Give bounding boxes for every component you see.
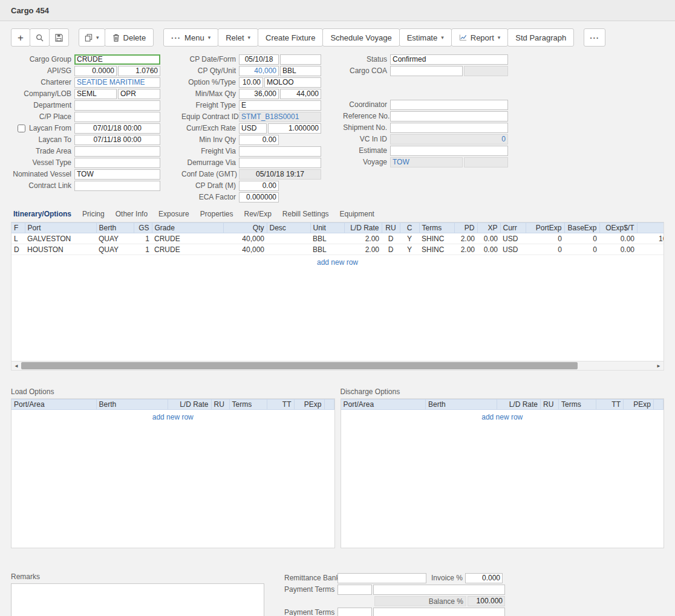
- grid-cell[interactable]: 40,000: [223, 233, 267, 244]
- vessel-type-input[interactable]: [74, 158, 160, 168]
- grid-horizontal-scrollbar[interactable]: ◄ ►: [11, 361, 664, 371]
- remarks-textarea[interactable]: [11, 583, 264, 616]
- reference-no-input[interactable]: [390, 111, 508, 122]
- grid-cell[interactable]: L: [11, 233, 25, 244]
- grid-cell[interactable]: 1: [134, 233, 152, 244]
- grid-cell[interactable]: 0: [564, 233, 599, 244]
- report-button[interactable]: Report ▾: [451, 28, 509, 47]
- tab-itinerary-options[interactable]: Itinerary/Options: [13, 210, 71, 218]
- grid-cell[interactable]: BBL: [310, 244, 344, 255]
- menu-button[interactable]: ··· Menu ▾: [163, 28, 218, 47]
- cp-qty-input[interactable]: [239, 66, 279, 76]
- search-button[interactable]: [30, 28, 50, 47]
- tab-other-info[interactable]: Other Info: [116, 210, 148, 218]
- grid-cell[interactable]: 0: [526, 244, 564, 255]
- cp-unit-input[interactable]: [280, 66, 321, 76]
- grid-cell[interactable]: 0: [526, 233, 564, 244]
- load-options-add-new-row-link[interactable]: add new row: [11, 410, 334, 424]
- voyage-field[interactable]: TOW: [390, 157, 463, 167]
- exch-rate-input[interactable]: [268, 123, 321, 134]
- demurrage-via-input[interactable]: [239, 158, 321, 168]
- payment-terms2-code-input[interactable]: [338, 608, 372, 616]
- grid-cell[interactable]: USD: [500, 233, 526, 244]
- shipment-no-input[interactable]: [390, 123, 508, 133]
- cp-draft-input[interactable]: [239, 181, 279, 191]
- grid-cell[interactable]: D: [382, 244, 400, 255]
- scroll-left-arrow[interactable]: ◄: [11, 361, 21, 370]
- cargo-coa-input[interactable]: [390, 66, 463, 76]
- grid-cell[interactable]: 0.00: [599, 233, 637, 244]
- grid-cell[interactable]: QUAY: [96, 233, 134, 244]
- grid-cell[interactable]: BBL: [310, 233, 344, 244]
- cp-form-input[interactable]: [280, 54, 321, 65]
- grid-cell[interactable]: 0: [564, 244, 599, 255]
- freight-via-input[interactable]: [239, 146, 321, 157]
- tab-pricing[interactable]: Pricing: [82, 210, 105, 218]
- trade-area-input[interactable]: [74, 146, 160, 157]
- grid-cell[interactable]: 2.00: [344, 233, 382, 244]
- copy-button[interactable]: ▾: [79, 28, 105, 47]
- nominated-vessel-input[interactable]: [74, 169, 160, 180]
- tab-equipment[interactable]: Equipment: [340, 210, 374, 218]
- cp-date-input[interactable]: [239, 54, 279, 65]
- tab-exposure[interactable]: Exposure: [158, 210, 189, 218]
- grid-cell[interactable]: USD: [500, 244, 526, 255]
- scrollbar-track[interactable]: [21, 361, 654, 370]
- relet-button[interactable]: Relet ▾: [218, 28, 258, 47]
- grid-cell[interactable]: [267, 233, 310, 244]
- freight-type-input[interactable]: [239, 100, 321, 111]
- grid-cell[interactable]: 0.00: [477, 244, 500, 255]
- lob-input[interactable]: [118, 89, 160, 99]
- grid-cell[interactable]: Y: [400, 244, 419, 255]
- payment-terms-code-input[interactable]: [338, 585, 372, 595]
- max-qty-input[interactable]: [280, 89, 321, 99]
- tab-properties[interactable]: Properties: [200, 210, 233, 218]
- option-pct-input[interactable]: [239, 77, 263, 88]
- laycan-checkbox[interactable]: [18, 125, 25, 132]
- vc-in-id-field[interactable]: 0: [390, 134, 508, 144]
- eca-factor-input[interactable]: [239, 192, 279, 203]
- grid-cell[interactable]: CRUDE: [152, 233, 223, 244]
- grid-cell[interactable]: [637, 244, 664, 255]
- grid-cell[interactable]: [267, 244, 310, 255]
- grid-add-new-row-link[interactable]: add new row: [11, 255, 664, 269]
- remittance-bank-input[interactable]: [338, 573, 426, 583]
- discharge-options-add-new-row-link[interactable]: add new row: [341, 410, 664, 424]
- schedule-voyage-button[interactable]: Schedule Voyage: [322, 28, 399, 47]
- payment-terms2-desc-input[interactable]: [373, 608, 505, 616]
- grid-cell[interactable]: Y: [400, 233, 419, 244]
- department-input[interactable]: [74, 100, 160, 111]
- tab-rebill-settings[interactable]: Rebill Settings: [282, 210, 329, 218]
- min-inv-qty-input[interactable]: [239, 135, 279, 145]
- new-button[interactable]: +: [11, 28, 30, 47]
- delete-button[interactable]: Delete: [105, 28, 154, 47]
- min-qty-input[interactable]: [239, 89, 279, 99]
- grid-cell[interactable]: GALVESTON: [25, 233, 96, 244]
- grid-cell[interactable]: D: [11, 244, 25, 255]
- cp-place-input[interactable]: [74, 112, 160, 122]
- charterer-input[interactable]: [74, 77, 160, 88]
- grid-cell[interactable]: CRUDE: [152, 244, 223, 255]
- laycan-to-input[interactable]: [74, 135, 160, 145]
- grid-cell[interactable]: D: [382, 233, 400, 244]
- grid-cell[interactable]: QUAY: [96, 244, 134, 255]
- payment-terms-desc-input[interactable]: [373, 585, 505, 595]
- company-input[interactable]: [74, 89, 117, 99]
- grid-cell[interactable]: 40,000: [223, 244, 267, 255]
- option-type-input[interactable]: [264, 77, 321, 88]
- api-input[interactable]: [74, 66, 117, 76]
- currency-input[interactable]: [239, 123, 267, 134]
- laycan-from-input[interactable]: [74, 123, 160, 134]
- scrollbar-thumb[interactable]: [21, 362, 578, 369]
- grid-cell[interactable]: SHINC: [419, 233, 454, 244]
- create-fixture-button[interactable]: Create Fixture: [258, 28, 323, 47]
- sg-input[interactable]: [118, 66, 160, 76]
- grid-cell[interactable]: 100: [637, 233, 664, 244]
- contract-link-input[interactable]: [74, 181, 160, 191]
- coordinator-input[interactable]: [390, 100, 508, 110]
- save-button[interactable]: [49, 28, 69, 47]
- grid-cell[interactable]: 2.00: [344, 244, 382, 255]
- grid-cell[interactable]: SHINC: [419, 244, 454, 255]
- more-button[interactable]: ···: [584, 28, 605, 47]
- grid-cell[interactable]: 1: [134, 244, 152, 255]
